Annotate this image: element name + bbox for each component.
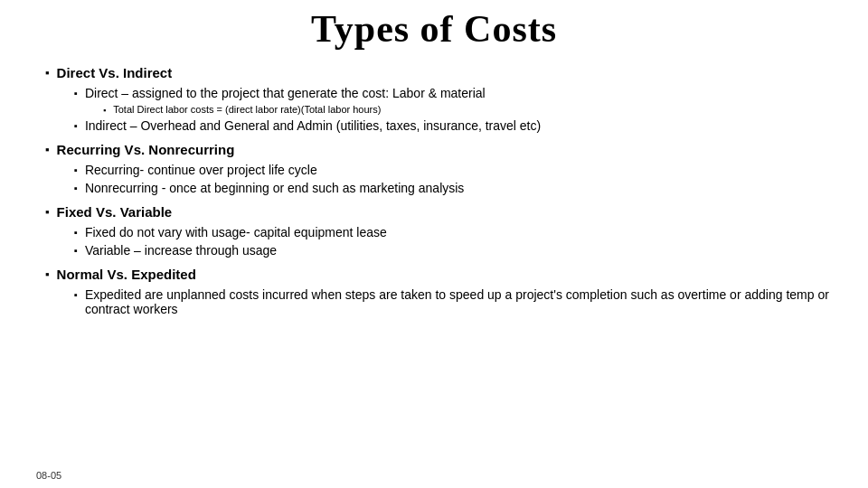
bullet-l1-fixed: ▪ [45, 205, 50, 220]
slide-title: Types of Costs [36, 0, 832, 65]
bullet-l1-recurring: ▪ [45, 143, 50, 157]
slide: Types of Costs ▪ Direct Vs. Indirect ▪ D… [0, 0, 868, 488]
level3-label-formula: Total Direct labor costs = (direct labor… [113, 104, 381, 115]
content-area: ▪ Direct Vs. Indirect ▪ Direct – assigne… [36, 65, 832, 316]
bullet-l2-nonrecurring: ▪ [74, 183, 78, 193]
bullet-l1: ▪ [45, 66, 50, 80]
level1-label: Direct Vs. Indirect [57, 65, 173, 80]
level2-group-expedited: ▪ Expedited are unplanned costs incurred… [45, 287, 832, 316]
level1-item-recurring: ▪ Recurring Vs. Nonrecurring [45, 142, 832, 157]
level2-label-fixed-detail: Fixed do not vary with usage- capital eq… [85, 225, 387, 239]
level1-label-recurring: Recurring Vs. Nonrecurring [57, 142, 235, 157]
level2-label-recurring: Recurring- continue over project life cy… [85, 163, 317, 177]
level2-item-recurring: ▪ Recurring- continue over project life … [74, 163, 832, 177]
level2-group-fixed: ▪ Fixed do not vary with usage- capital … [45, 225, 832, 258]
level2-item-fixed: ▪ Fixed do not vary with usage- capital … [74, 225, 832, 239]
level2-item-variable: ▪ Variable – increase through usage [74, 243, 832, 258]
level1-item: ▪ Direct Vs. Indirect [45, 65, 832, 80]
level2-label-indirect: Indirect – Overhead and General and Admi… [85, 118, 541, 133]
level2-label-direct: Direct – assigned to the project that ge… [85, 86, 486, 100]
slide-number: 08-05 [36, 470, 61, 481]
level1-label-normal: Normal Vs. Expedited [57, 267, 196, 282]
bullet-l2: ▪ [74, 88, 78, 99]
section-fixed-variable: ▪ Fixed Vs. Variable ▪ Fixed do not vary… [45, 204, 832, 258]
bullet-l3: ▪ [103, 106, 106, 115]
section-direct-indirect: ▪ Direct Vs. Indirect ▪ Direct – assigne… [45, 65, 832, 133]
section-normal-expedited: ▪ Normal Vs. Expedited ▪ Expedited are u… [45, 267, 832, 316]
level2-item-expedited: ▪ Expedited are unplanned costs incurred… [74, 287, 832, 316]
level3-item-formula: ▪ Total Direct labor costs = (direct lab… [103, 104, 832, 115]
bullet-l2-variable: ▪ [74, 245, 78, 256]
level1-item-fixed: ▪ Fixed Vs. Variable [45, 204, 832, 220]
level2-label-nonrecurring: Nonrecurring - once at beginning or end … [85, 181, 464, 195]
section-recurring: ▪ Recurring Vs. Nonrecurring ▪ Recurring… [45, 142, 832, 195]
level2-label-expedited: Expedited are unplanned costs incurred w… [85, 287, 832, 316]
level2-label-variable: Variable – increase through usage [85, 243, 277, 258]
bullet-l2-expedited: ▪ [74, 289, 78, 300]
bullet-l2-fixed: ▪ [74, 227, 78, 238]
level2-item-nonrecurring: ▪ Nonrecurring - once at beginning or en… [74, 181, 832, 195]
level2-group-direct: ▪ Direct – assigned to the project that … [45, 86, 832, 133]
bullet-l2-indirect: ▪ [74, 120, 78, 131]
bullet-l1-normal: ▪ [45, 267, 50, 282]
level1-item-normal: ▪ Normal Vs. Expedited [45, 267, 832, 282]
level3-group-formula: ▪ Total Direct labor costs = (direct lab… [74, 104, 832, 115]
level2-item-indirect: ▪ Indirect – Overhead and General and Ad… [74, 118, 832, 133]
level1-label-fixed: Fixed Vs. Variable [57, 204, 173, 220]
level2-item-direct: ▪ Direct – assigned to the project that … [74, 86, 832, 100]
bullet-l2-recurring: ▪ [74, 164, 78, 175]
level2-group-recurring: ▪ Recurring- continue over project life … [45, 163, 832, 195]
